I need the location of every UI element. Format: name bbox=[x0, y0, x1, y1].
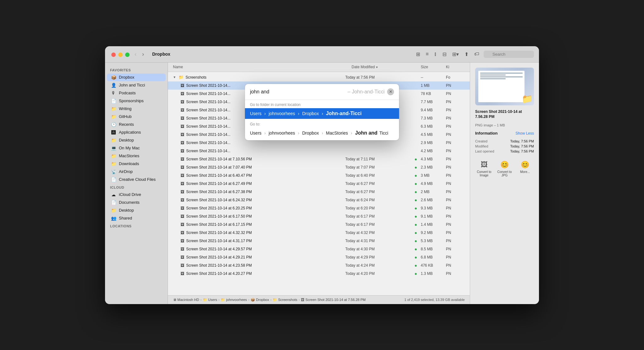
path-segment: johnvoorhees bbox=[269, 131, 295, 136]
path-segment-rest: Ticci bbox=[379, 131, 388, 136]
path-separator: › bbox=[264, 111, 266, 116]
path-separator: › bbox=[351, 131, 353, 136]
path-segment: Users bbox=[250, 131, 262, 136]
goto-input-row: – John-and-Ticci ✕ bbox=[245, 84, 399, 100]
path-segment-bold: John and bbox=[355, 130, 377, 136]
goto-result-plain[interactable]: Users › johnvoorhees › Dropbox › MacStor… bbox=[245, 128, 399, 140]
path-segment: Dropbox bbox=[302, 111, 319, 116]
goto-label: Go to: bbox=[245, 119, 399, 128]
path-segment-bold: John-and-Ticci bbox=[326, 111, 362, 116]
path-separator: › bbox=[298, 131, 299, 136]
path-segment: johnvoorhees bbox=[269, 111, 295, 116]
path-separator: › bbox=[264, 131, 266, 136]
goto-folder-overlay: – John-and-Ticci ✕ Go to folder in curre… bbox=[105, 46, 539, 304]
path-segment: MacStories bbox=[326, 131, 348, 136]
goto-folder-dialog: – John-and-Ticci ✕ Go to folder in curre… bbox=[245, 84, 399, 140]
path-segment: Dropbox bbox=[302, 131, 319, 136]
path-separator: › bbox=[298, 111, 299, 116]
goto-suggestion: – John-and-Ticci bbox=[347, 89, 385, 95]
goto-current-location-label: Go to folder in current location bbox=[245, 100, 399, 108]
path-separator: › bbox=[322, 111, 323, 116]
goto-result-selected[interactable]: Users › johnvoorhees › Dropbox › John-an… bbox=[245, 108, 399, 119]
path-separator: › bbox=[322, 131, 323, 136]
goto-close-button[interactable]: ✕ bbox=[387, 88, 394, 95]
path-segment: Users bbox=[250, 111, 262, 116]
goto-folder-input[interactable] bbox=[250, 89, 345, 95]
